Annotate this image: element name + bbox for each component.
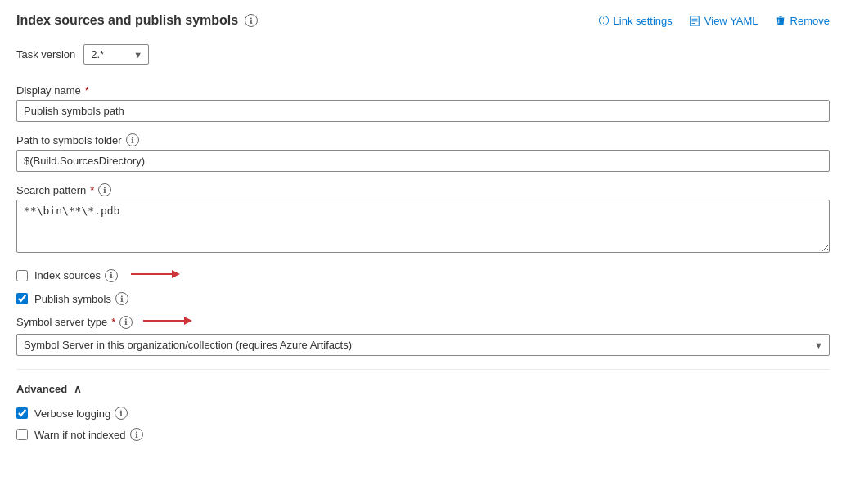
index-sources-checkbox[interactable]: [16, 270, 28, 281]
page-title: Index sources and publish symbols: [16, 13, 238, 28]
display-name-group: Display name *: [16, 84, 830, 122]
search-pattern-required: *: [90, 184, 94, 196]
index-sources-arrow: [131, 267, 180, 284]
page-header: Index sources and publish symbols ℹ Link…: [16, 13, 830, 28]
advanced-label: Advanced: [16, 383, 67, 395]
symbol-server-type-required: *: [111, 316, 115, 328]
publish-symbols-checkbox[interactable]: [16, 293, 28, 304]
view-yaml-label: View YAML: [704, 15, 758, 27]
header-right: Link settings View YAML Remove: [598, 15, 830, 27]
verbose-logging-label[interactable]: Verbose logging ℹ: [34, 407, 128, 420]
task-version-select-wrapper: 2.* 1.* ▼: [83, 44, 149, 65]
header-left: Index sources and publish symbols ℹ: [16, 13, 258, 28]
verbose-logging-info-icon[interactable]: ℹ: [115, 407, 128, 420]
symbol-server-type-info-icon[interactable]: ℹ: [119, 316, 133, 329]
svg-marker-7: [184, 317, 192, 325]
verbose-logging-row: Verbose logging ℹ: [16, 407, 830, 420]
path-to-symbols-label: Path to symbols folder ℹ: [16, 133, 830, 146]
svg-marker-5: [172, 270, 180, 278]
publish-symbols-row: Publish symbols ℹ: [16, 292, 830, 305]
warn-not-indexed-row: Warn if not indexed ℹ: [16, 428, 830, 441]
remove-label: Remove: [790, 15, 830, 27]
warn-not-indexed-info-icon[interactable]: ℹ: [130, 428, 143, 441]
remove-icon: [775, 15, 786, 26]
display-name-required: *: [85, 84, 89, 97]
remove-action[interactable]: Remove: [775, 15, 830, 27]
link-settings-label: Link settings: [614, 15, 673, 27]
path-to-symbols-input[interactable]: [16, 150, 830, 172]
page-container: Index sources and publish symbols ℹ Link…: [0, 0, 846, 462]
warn-not-indexed-label[interactable]: Warn if not indexed ℹ: [34, 428, 143, 441]
advanced-divider: [16, 369, 830, 370]
advanced-section: Advanced ∧ Verbose logging ℹ Warn if not…: [16, 383, 830, 441]
arrow-svg: [131, 267, 180, 281]
symbol-server-type-group: Symbol server type * ℹ Symbol Server in …: [16, 313, 830, 356]
symbol-server-type-select[interactable]: Symbol Server in this organization/colle…: [16, 334, 830, 356]
symbol-server-type-select-wrapper: Symbol Server in this organization/colle…: [16, 334, 830, 356]
advanced-header[interactable]: Advanced ∧: [16, 383, 830, 395]
index-sources-info-icon[interactable]: ℹ: [105, 269, 118, 282]
search-pattern-input[interactable]: **\bin\**\*.pdb: [16, 200, 830, 253]
index-sources-row: Index sources ℹ: [16, 267, 830, 284]
warn-not-indexed-checkbox[interactable]: [16, 429, 28, 440]
link-settings-action[interactable]: Link settings: [598, 15, 673, 27]
arrow-svg-2: [143, 313, 192, 328]
display-name-input[interactable]: [16, 100, 830, 122]
index-sources-label[interactable]: Index sources ℹ: [34, 269, 118, 282]
task-version-row: Task version 2.* 1.* ▼: [16, 44, 830, 65]
view-yaml-action[interactable]: View YAML: [689, 15, 758, 27]
verbose-logging-checkbox[interactable]: [16, 407, 28, 419]
search-pattern-info-icon[interactable]: ℹ: [98, 183, 111, 196]
search-pattern-group: Search pattern * ℹ **\bin\**\*.pdb: [16, 183, 830, 255]
path-to-symbols-info-icon[interactable]: ℹ: [126, 133, 139, 146]
publish-symbols-label[interactable]: Publish symbols ℹ: [34, 292, 128, 305]
yaml-icon: [689, 15, 700, 26]
task-version-select[interactable]: 2.* 1.*: [83, 44, 149, 65]
display-name-label: Display name *: [16, 84, 830, 97]
symbol-server-type-arrow: [143, 313, 192, 331]
link-icon: [598, 15, 610, 26]
search-pattern-label: Search pattern * ℹ: [16, 183, 830, 196]
publish-symbols-info-icon[interactable]: ℹ: [115, 292, 128, 305]
advanced-chevron: ∧: [74, 383, 82, 395]
symbol-server-type-label: Symbol server type * ℹ: [16, 313, 830, 331]
title-info-icon[interactable]: ℹ: [245, 14, 258, 27]
path-to-symbols-group: Path to symbols folder ℹ: [16, 133, 830, 172]
task-version-label: Task version: [16, 48, 75, 61]
